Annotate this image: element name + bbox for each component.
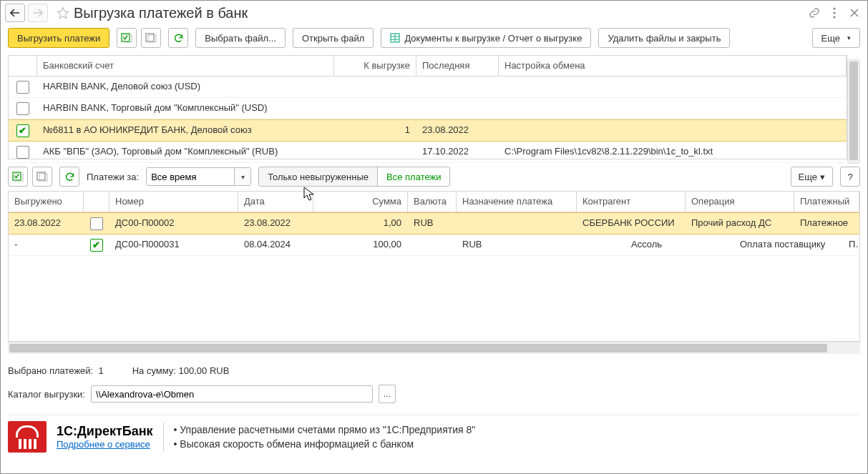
col-to-upload[interactable]: К выгрузке: [334, 56, 416, 76]
close-icon: [850, 9, 859, 17]
row-checkbox[interactable]: [16, 102, 29, 115]
refresh-icon: [64, 172, 75, 182]
row-checkbox[interactable]: [16, 146, 29, 159]
col-account[interactable]: Банковский счет: [37, 56, 334, 76]
row-checkbox[interactable]: [90, 239, 103, 252]
more-menu-button[interactable]: [826, 4, 843, 21]
open-file-button[interactable]: Открыть файл: [293, 28, 374, 48]
favorite-star-icon[interactable]: [57, 6, 69, 19]
col-date[interactable]: Дата: [238, 192, 313, 212]
window-title: Выгрузка платежей в банк: [74, 5, 803, 21]
col-check[interactable]: [9, 56, 37, 76]
account-row[interactable]: HARBIN BANK, Торговый дом "Комплексный" …: [9, 98, 847, 119]
uncheck-all-button[interactable]: [141, 28, 161, 48]
promo-bullet: • Управление расчетными счетами прямо из…: [174, 423, 476, 437]
payments-refresh-button[interactable]: [59, 167, 79, 187]
export-path-input[interactable]: [91, 385, 373, 403]
nav-forward-button[interactable]: [28, 4, 48, 22]
payments-check-all-button[interactable]: [8, 167, 28, 187]
check-all-button[interactable]: [117, 28, 137, 48]
delete-close-button[interactable]: Удалить файлы и закрыть: [598, 28, 730, 48]
promo-link[interactable]: Подробнее о сервисе: [57, 439, 150, 450]
toolbar-more-button[interactable]: Еще▾: [812, 28, 860, 48]
col-last[interactable]: Последняя: [416, 56, 499, 76]
uncheck-all-icon: [145, 33, 157, 43]
payment-row[interactable]: - ДС00-П000031 08.04.2024 100,00 RUB Асс…: [9, 234, 859, 256]
col-config[interactable]: Настройка обмена: [499, 56, 847, 76]
col-number[interactable]: Номер: [109, 192, 238, 212]
directbank-logo-icon: [8, 421, 47, 453]
payments-more-button[interactable]: Еще▾: [791, 167, 833, 187]
payments-period-label: Платежи за:: [87, 172, 139, 182]
help-button[interactable]: ?: [840, 167, 860, 187]
arrow-right-icon: [33, 9, 43, 17]
only-unuploaded-segment[interactable]: Только невыгруженные: [259, 167, 378, 186]
account-row[interactable]: АКБ "ВПБ" (ЗАО), Торговый дом "Комплексн…: [9, 142, 847, 163]
close-button[interactable]: [846, 4, 863, 21]
upload-payments-button[interactable]: Выгрузить платежи: [8, 28, 109, 48]
link-icon-button[interactable]: [806, 4, 823, 21]
uncheck-all-icon: [36, 172, 48, 182]
selected-sum: На сумму: 100,00 RUB: [132, 365, 230, 376]
period-combo[interactable]: ▾: [146, 167, 251, 186]
col-doc[interactable]: Платежный: [794, 192, 859, 212]
period-input[interactable]: [147, 168, 234, 185]
payments-h-scrollbar[interactable]: [8, 342, 860, 354]
svg-point-2: [833, 16, 835, 18]
nav-back-button[interactable]: [5, 4, 25, 22]
directbank-promo: 1С:ДиректБанк Подробнее о сервисе • Упра…: [8, 415, 860, 453]
check-all-icon: [121, 33, 132, 43]
link-icon: [809, 7, 820, 19]
accounts-scrollbar[interactable]: [847, 59, 860, 164]
refresh-icon: [173, 33, 184, 44]
promo-title: 1С:ДиректБанк: [57, 424, 153, 439]
promo-separator: [163, 423, 164, 451]
col-check[interactable]: [84, 192, 109, 212]
svg-point-0: [833, 7, 835, 9]
selected-count: Выбрано платежей: 1: [8, 365, 104, 376]
kebab-icon: [833, 7, 836, 19]
row-checkbox[interactable]: [90, 217, 103, 230]
filter-segment: Только невыгруженные Все платежи: [258, 167, 450, 187]
account-row[interactable]: №6811 в АО ЮНИКРЕДИТ БАНК, Деловой союз …: [9, 119, 847, 142]
col-counterparty[interactable]: Контрагент: [577, 192, 686, 212]
account-row[interactable]: HARBIN BANK, Деловой союз (USD): [9, 76, 847, 98]
payments-uncheck-all-button[interactable]: [32, 167, 52, 187]
all-payments-segment[interactable]: Все платежи: [378, 167, 449, 186]
col-sum[interactable]: Сумма: [313, 192, 408, 212]
payments-grid: Выгружено Номер Дата Сумма Валюта Назнач…: [8, 191, 860, 342]
col-purpose[interactable]: Назначение платежа: [457, 192, 577, 212]
table-icon: [390, 33, 400, 43]
docs-report-button[interactable]: Документы к выгрузке / Отчет о выгрузке: [381, 28, 591, 48]
export-path-label: Каталог выгрузки:: [8, 389, 85, 400]
col-uploaded[interactable]: Выгружено: [9, 192, 84, 212]
promo-bullet: • Высокая скорость обмена информацией с …: [174, 437, 476, 451]
row-checkbox[interactable]: [16, 81, 29, 94]
svg-point-1: [833, 11, 835, 14]
row-checkbox[interactable]: [16, 124, 29, 137]
browse-path-button[interactable]: …: [379, 385, 396, 403]
docs-report-label: Документы к выгрузке / Отчет о выгрузке: [404, 33, 582, 44]
refresh-button[interactable]: [168, 28, 188, 48]
accounts-grid: Банковский счет К выгрузке Последняя Нас…: [8, 55, 847, 159]
col-currency[interactable]: Валюта: [408, 192, 457, 212]
arrow-left-icon: [10, 9, 20, 17]
payment-row[interactable]: 23.08.2022 ДС00-П00002 23.08.2022 1,00 R…: [9, 212, 859, 234]
caret-down-icon: ▾: [820, 172, 825, 182]
check-all-icon: [12, 172, 24, 182]
select-file-button[interactable]: Выбрать файл...: [195, 28, 286, 48]
col-operation[interactable]: Операция: [686, 192, 794, 212]
period-dropdown-button[interactable]: ▾: [234, 168, 250, 185]
caret-down-icon: ▾: [847, 34, 851, 41]
